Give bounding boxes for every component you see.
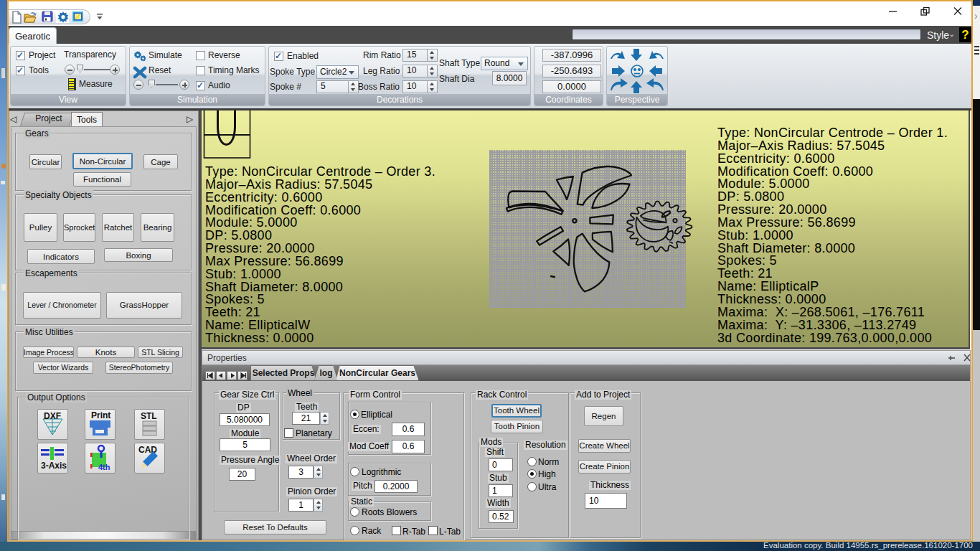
svg-text:3-Axis: 3-Axis	[41, 461, 67, 471]
svg-text:STL: STL	[141, 411, 157, 421]
svg-text:4th: 4th	[98, 463, 110, 471]
svg-text:Print: Print	[91, 410, 110, 420]
svg-text:DXF: DXF	[44, 411, 61, 421]
